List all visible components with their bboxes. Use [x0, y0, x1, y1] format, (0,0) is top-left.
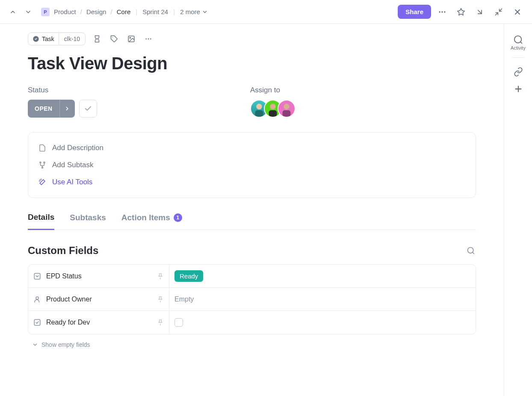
- breadcrumb-more[interactable]: 2 more: [180, 8, 208, 15]
- status-next-button[interactable]: [59, 100, 75, 118]
- document-icon: [38, 144, 46, 152]
- image-icon[interactable]: [126, 33, 137, 44]
- ai-tools-button[interactable]: Use AI Tools: [38, 174, 465, 191]
- assign-label: Assign to: [250, 86, 476, 95]
- custom-field-row: Ready for Dev: [28, 311, 476, 334]
- breadcrumb-sep: /: [80, 8, 82, 15]
- rail-divider: [512, 57, 524, 58]
- show-empty-fields-button[interactable]: Show empty fields: [28, 341, 476, 348]
- breadcrumb-divider: |: [173, 8, 175, 15]
- tab-details[interactable]: Details: [28, 213, 54, 230]
- pin-field-button[interactable]: [157, 273, 164, 280]
- svg-rect-21: [283, 110, 291, 117]
- checkbox-field-icon: [33, 319, 41, 326]
- task-id-label: clk-10: [59, 33, 85, 45]
- ready-for-dev-checkbox[interactable]: [174, 318, 183, 327]
- breadcrumb-sprint[interactable]: Sprint 24: [142, 8, 168, 15]
- svg-point-1: [441, 11, 443, 12]
- comment-icon: [514, 35, 523, 44]
- favorite-button[interactable]: [453, 4, 469, 20]
- more-options-button[interactable]: [434, 4, 450, 20]
- task-type-chip[interactable]: Task clk-10: [28, 33, 86, 45]
- user-field-icon: [33, 296, 41, 303]
- svg-point-28: [36, 297, 38, 299]
- activity-button[interactable]: Activity: [511, 33, 526, 53]
- custom-field-label: Ready for Dev: [46, 319, 90, 326]
- ai-tools-label: Use AI Tools: [52, 178, 92, 186]
- breadcrumb-sep: /: [111, 8, 112, 15]
- nav-down-button[interactable]: [22, 6, 34, 18]
- right-rail: Activity: [504, 24, 532, 396]
- add-description-button[interactable]: Add Description: [38, 139, 465, 157]
- breadcrumb-core[interactable]: Core: [117, 8, 131, 15]
- task-chip-row: Task clk-10: [28, 33, 476, 45]
- custom-field-label: Product Owner: [46, 296, 92, 303]
- svg-line-4: [478, 10, 482, 13]
- collapse-button[interactable]: [491, 4, 506, 20]
- pin-field-button[interactable]: [157, 296, 164, 303]
- svg-point-15: [150, 38, 151, 40]
- link-icon: [514, 67, 523, 77]
- svg-point-20: [284, 104, 289, 109]
- task-title[interactable]: Task View Design: [28, 54, 476, 73]
- svg-line-6: [496, 12, 498, 15]
- git-branch-icon: [38, 161, 46, 169]
- svg-rect-19: [269, 110, 277, 117]
- share-button[interactable]: Share: [398, 5, 431, 19]
- tabs: Details Subtasks Action Items 1: [28, 213, 476, 230]
- breadcrumb-design[interactable]: Design: [86, 8, 106, 15]
- main-content: Task clk-10 Task View Design: [0, 24, 504, 396]
- nav-up-button[interactable]: [7, 6, 19, 18]
- time-tracking-icon[interactable]: [92, 33, 103, 44]
- svg-rect-17: [255, 110, 263, 117]
- tab-action-items-count: 1: [174, 213, 182, 222]
- svg-rect-29: [34, 319, 40, 325]
- breadcrumb-divider: |: [136, 8, 137, 15]
- custom-field-row: EPD Status Ready: [28, 265, 476, 288]
- tag-icon[interactable]: [109, 33, 120, 44]
- tab-subtasks[interactable]: Subtasks: [70, 213, 106, 230]
- add-panel-button[interactable]: [514, 82, 523, 96]
- download-button[interactable]: [472, 4, 488, 20]
- check-circle-icon: [33, 35, 39, 42]
- assignees[interactable]: [250, 100, 476, 118]
- svg-line-26: [473, 252, 474, 254]
- add-subtask-button[interactable]: Add Subtask: [38, 157, 465, 174]
- custom-field-value[interactable]: Empty: [169, 288, 476, 310]
- svg-point-2: [444, 11, 445, 12]
- custom-field-value[interactable]: [169, 311, 476, 334]
- topbar: P Product / Design / Core | Sprint 24 | …: [0, 0, 532, 24]
- status-ready-badge: Ready: [174, 270, 203, 282]
- svg-point-12: [130, 37, 130, 38]
- avatar-3[interactable]: [278, 100, 296, 118]
- svg-marker-3: [458, 8, 465, 15]
- breadcrumb-product[interactable]: Product: [54, 8, 76, 15]
- tab-action-items-label: Action Items: [121, 213, 170, 222]
- close-button[interactable]: [510, 4, 525, 20]
- svg-rect-27: [34, 273, 40, 279]
- magic-wand-icon: [38, 178, 46, 186]
- show-empty-label: Show empty fields: [41, 341, 90, 348]
- breadcrumb-more-label: 2 more: [180, 8, 200, 15]
- custom-fields-title: Custom Fields: [28, 245, 98, 257]
- svg-point-0: [439, 11, 440, 12]
- custom-fields-search-button[interactable]: [466, 245, 476, 256]
- breadcrumb: P Product / Design / Core | Sprint 24 | …: [41, 8, 208, 16]
- plus-icon: [514, 84, 523, 94]
- svg-point-14: [148, 38, 149, 40]
- custom-field-value[interactable]: Ready: [169, 265, 476, 287]
- add-subtask-label: Add Subtask: [52, 161, 93, 169]
- dropdown-field-icon: [33, 272, 41, 280]
- svg-point-16: [256, 104, 262, 109]
- chip-more-icon[interactable]: [143, 33, 154, 44]
- copy-link-button[interactable]: [514, 65, 523, 79]
- custom-fields-table: EPD Status Ready Produc: [28, 264, 476, 334]
- pin-field-button[interactable]: [157, 319, 164, 326]
- svg-point-13: [146, 38, 147, 40]
- status-button[interactable]: OPEN: [28, 100, 75, 118]
- add-description-label: Add Description: [52, 144, 103, 152]
- tab-action-items[interactable]: Action Items 1: [121, 213, 182, 230]
- mark-complete-button[interactable]: [79, 100, 97, 118]
- custom-field-label: EPD Status: [46, 272, 82, 280]
- svg-line-5: [499, 9, 502, 11]
